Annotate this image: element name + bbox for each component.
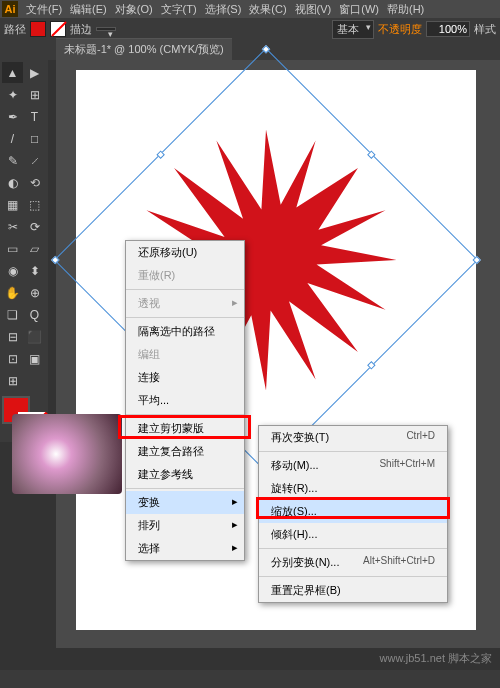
type-tool[interactable]: T bbox=[24, 106, 45, 127]
tool-extra[interactable]: ⊞ bbox=[2, 370, 23, 391]
graph-tool[interactable]: Q bbox=[24, 304, 45, 325]
stroke-label: 描边 bbox=[70, 22, 92, 37]
eyedropper-tool[interactable]: ✋ bbox=[2, 282, 23, 303]
slice-tool[interactable]: ⬛ bbox=[24, 326, 45, 347]
gradient-tool[interactable]: ⬍ bbox=[24, 260, 45, 281]
control-bar: 路径 描边 基本 不透明度 100% 样式 bbox=[0, 18, 500, 40]
ctx-undo[interactable]: 还原移动(U) bbox=[126, 241, 244, 264]
blob-brush-tool[interactable]: ◐ bbox=[2, 172, 23, 193]
lasso-tool[interactable]: ⊞ bbox=[24, 84, 45, 105]
zoom-tool[interactable]: ▣ bbox=[24, 348, 45, 369]
ctx-compound-path[interactable]: 建立复合路径 bbox=[126, 440, 244, 463]
ctx-transform[interactable]: 变换 bbox=[126, 491, 244, 514]
menu-select[interactable]: 选择(S) bbox=[201, 2, 246, 17]
mesh-tool[interactable]: ◉ bbox=[2, 260, 23, 281]
context-menu: 还原移动(U) 重做(R) 透视 隔离选中的路径 编组 连接 平均... 建立剪… bbox=[125, 240, 245, 561]
eraser-tool[interactable]: ⟲ bbox=[24, 172, 45, 193]
sub-move[interactable]: 移动(M)...Shift+Ctrl+M bbox=[259, 454, 447, 477]
status-bar bbox=[0, 670, 500, 688]
pen-tool[interactable]: ✒ bbox=[2, 106, 23, 127]
menu-type[interactable]: 文字(T) bbox=[157, 2, 201, 17]
menu-bar: Ai 文件(F) 编辑(E) 对象(O) 文字(T) 选择(S) 效果(C) 视… bbox=[0, 0, 500, 18]
menu-window[interactable]: 窗口(W) bbox=[335, 2, 383, 17]
width-tool[interactable]: ✂ bbox=[2, 216, 23, 237]
style-label: 样式 bbox=[474, 22, 496, 37]
shape-builder-tool[interactable]: ▭ bbox=[2, 238, 23, 259]
stroke-swatch[interactable] bbox=[50, 21, 66, 37]
magic-wand-tool[interactable]: ✦ bbox=[2, 84, 23, 105]
menu-effect[interactable]: 效果(C) bbox=[245, 2, 290, 17]
fill-swatch[interactable] bbox=[30, 21, 46, 37]
selection-tool[interactable]: ▲ bbox=[2, 62, 23, 83]
menu-edit[interactable]: 编辑(E) bbox=[66, 2, 111, 17]
sub-transform-each[interactable]: 分别变换(N)...Alt+Shift+Ctrl+D bbox=[259, 551, 447, 574]
menu-object[interactable]: 对象(O) bbox=[111, 2, 157, 17]
ctx-join[interactable]: 连接 bbox=[126, 366, 244, 389]
document-tab-bar: 未标题-1* @ 100% (CMYK/预览) bbox=[0, 40, 500, 60]
rotate-tool[interactable]: ▦ bbox=[2, 194, 23, 215]
ctx-select[interactable]: 选择 bbox=[126, 537, 244, 560]
blend-tool[interactable]: ⊕ bbox=[24, 282, 45, 303]
highlight-transform bbox=[118, 415, 251, 439]
highlight-scale bbox=[256, 497, 450, 519]
watermark: www.jb51.net 脚本之家 bbox=[380, 651, 492, 666]
resize-handle[interactable] bbox=[472, 256, 480, 264]
lens-overlay-image bbox=[12, 414, 122, 494]
tool-panel: ▲ ▶ ✦ ⊞ ✒ T / □ ✎ ⟋ ◐ ⟲ ▦ ⬚ ✂ ⟳ ▭ ▱ ◉ ⬍ … bbox=[0, 60, 48, 442]
document-tab[interactable]: 未标题-1* @ 100% (CMYK/预览) bbox=[56, 38, 232, 60]
app-logo-icon: Ai bbox=[2, 1, 18, 17]
ctx-make-guides[interactable]: 建立参考线 bbox=[126, 463, 244, 486]
sub-transform-again[interactable]: 再次变换(T)Ctrl+D bbox=[259, 426, 447, 449]
ctx-redo: 重做(R) bbox=[126, 264, 244, 287]
opacity-input[interactable]: 100% bbox=[426, 21, 470, 37]
perspective-tool[interactable]: ▱ bbox=[24, 238, 45, 259]
rectangle-tool[interactable]: □ bbox=[24, 128, 45, 149]
direct-selection-tool[interactable]: ▶ bbox=[24, 62, 45, 83]
ctx-perspective: 透视 bbox=[126, 292, 244, 315]
menu-help[interactable]: 帮助(H) bbox=[383, 2, 428, 17]
path-label: 路径 bbox=[4, 22, 26, 37]
ctx-arrange[interactable]: 排列 bbox=[126, 514, 244, 537]
paintbrush-tool[interactable]: ✎ bbox=[2, 150, 23, 171]
artboard-tool[interactable]: ⊟ bbox=[2, 326, 23, 347]
hand-tool[interactable]: ⊡ bbox=[2, 348, 23, 369]
menu-file[interactable]: 文件(F) bbox=[22, 2, 66, 17]
opacity-label: 不透明度 bbox=[378, 22, 422, 37]
resize-handle[interactable] bbox=[51, 256, 59, 264]
ctx-group: 编组 bbox=[126, 343, 244, 366]
pencil-tool[interactable]: ⟋ bbox=[24, 150, 45, 171]
stroke-weight-select[interactable] bbox=[96, 27, 116, 31]
ctx-isolate[interactable]: 隔离选中的路径 bbox=[126, 320, 244, 343]
sub-reset-bbox[interactable]: 重置定界框(B) bbox=[259, 579, 447, 602]
line-tool[interactable]: / bbox=[2, 128, 23, 149]
menu-view[interactable]: 视图(V) bbox=[291, 2, 336, 17]
free-transform-tool[interactable]: ⟳ bbox=[24, 216, 45, 237]
symbol-tool[interactable]: ❏ bbox=[2, 304, 23, 325]
brush-select[interactable]: 基本 bbox=[332, 20, 374, 39]
scale-tool[interactable]: ⬚ bbox=[24, 194, 45, 215]
ctx-average[interactable]: 平均... bbox=[126, 389, 244, 412]
sub-shear[interactable]: 倾斜(H)... bbox=[259, 523, 447, 546]
